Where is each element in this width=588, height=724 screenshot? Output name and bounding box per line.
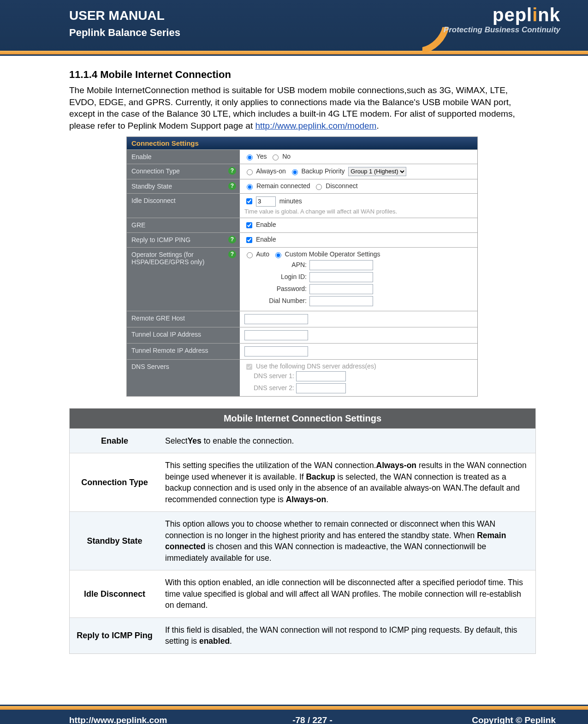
remote-gre-input[interactable] (244, 314, 308, 324)
setting-description: SelectYes to enable the connection. (160, 429, 535, 453)
footer-page: -78 / 227 - (232, 715, 394, 724)
modem-support-link[interactable]: http://www.peplink.com/modem (255, 121, 376, 131)
settings-description-table: Mobile Internet Connection Settings Enab… (69, 408, 536, 654)
setting-description: With this option enabled, an idle connec… (160, 570, 535, 617)
logo-arc-icon (381, 0, 450, 54)
section-heading: 11.1.4 Mobile Internet Connection (69, 69, 535, 81)
tunnel-remote-input[interactable] (244, 346, 308, 356)
table-row: Standby StateThis option allows you to c… (70, 511, 535, 570)
divider-orange (0, 706, 588, 710)
conn-always-radio[interactable] (247, 169, 253, 175)
label-gre: GRE (127, 218, 240, 232)
setting-description: This option allows you to choose whether… (160, 512, 535, 570)
label-icmp: Reply to ICMP PING? (127, 233, 240, 247)
connection-settings-panel: Connection Settings Enable Yes No Connec… (126, 136, 478, 397)
setting-name: Enable (70, 429, 160, 453)
footer-url: http://www.peplink.com (69, 715, 232, 724)
intro-paragraph: The Mobile InternetConnection method is … (69, 84, 535, 132)
apn-input[interactable] (309, 260, 373, 270)
setting-name: Connection Type (70, 453, 160, 511)
label-tunnel-local: Tunnel Local IP Address (127, 327, 240, 343)
table-row: Connection TypeThis setting specifies th… (70, 453, 535, 511)
divider-orange (0, 51, 588, 54)
table-row: Idle DisconnectWith this option enabled,… (70, 570, 535, 617)
idle-minutes-input[interactable] (256, 196, 276, 207)
oper-custom-radio[interactable] (275, 252, 281, 258)
idle-note: Time value is global. A change will affe… (244, 208, 473, 215)
brand-logo: peplink (493, 5, 560, 25)
tunnel-local-input[interactable] (244, 330, 308, 340)
label-tunnel-remote: Tunnel Remote IP Address (127, 344, 240, 359)
idle-checkbox[interactable] (246, 198, 252, 204)
label-operator-settings: Operator Settings (for HSPA/EDGE/GPRS on… (127, 248, 240, 311)
table-row: Reply to ICMP PingIf this field is disab… (70, 617, 535, 653)
label-remote-gre: Remote GRE Host (127, 311, 240, 327)
backup-priority-select[interactable]: Group 1 (Highest) (348, 167, 406, 176)
standby-remain-radio[interactable] (247, 184, 253, 190)
setting-name: Standby State (70, 512, 160, 570)
enable-yes-radio[interactable] (247, 154, 253, 160)
conn-backup-radio[interactable] (292, 169, 298, 175)
table-row: EnableSelectYes to enable the connection… (70, 428, 535, 453)
dns-checkbox (246, 364, 252, 370)
enable-no-radio[interactable] (273, 154, 279, 160)
label-idle-disconnect: Idle Disconnect (127, 194, 240, 218)
doc-title: USER MANUAL (69, 8, 180, 23)
footer-copyright: Copyright © Peplink (393, 715, 556, 724)
setting-name: Reply to ICMP Ping (70, 618, 160, 653)
table-title: Mobile Internet Connection Settings (70, 409, 535, 428)
help-icon[interactable]: ? (228, 236, 236, 243)
label-connection-type: Connection Type? (127, 164, 240, 179)
password-input[interactable] (309, 284, 373, 294)
help-icon[interactable]: ? (228, 250, 236, 258)
panel-title: Connection Settings (127, 137, 477, 149)
setting-description: If this field is disabled, the WAN conne… (160, 618, 535, 653)
help-icon[interactable]: ? (228, 167, 236, 175)
standby-disconnect-radio[interactable] (316, 184, 322, 190)
setting-description: This setting specifies the utilization o… (160, 453, 535, 511)
help-icon[interactable]: ? (228, 182, 236, 190)
label-enable: Enable (127, 150, 240, 164)
setting-name: Idle Disconnect (70, 570, 160, 617)
icmp-checkbox[interactable] (246, 237, 252, 243)
oper-auto-radio[interactable] (247, 252, 253, 258)
dns2-input[interactable] (296, 383, 346, 393)
footer: http://www.peplink.com -78 / 227 - Copyr… (0, 710, 588, 724)
gre-checkbox[interactable] (246, 222, 252, 228)
doc-subtitle: Peplink Balance Series (69, 27, 180, 39)
label-standby-state: Standby State? (127, 179, 240, 193)
label-dns: DNS Servers (127, 360, 240, 396)
header: USER MANUAL Peplink Balance Series pepli… (0, 0, 588, 51)
brand-tagline: Protecting Business Continuity (444, 25, 560, 35)
dial-input[interactable] (309, 296, 373, 306)
dns1-input[interactable] (296, 371, 346, 381)
login-input[interactable] (309, 272, 373, 282)
